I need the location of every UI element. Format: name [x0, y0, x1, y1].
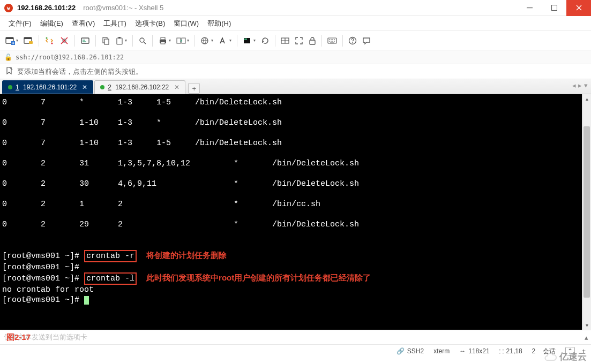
- scroll-down-icon[interactable]: ▾: [582, 321, 591, 330]
- disconnect-button[interactable]: [57, 34, 71, 48]
- minimize-button[interactable]: [517, 0, 542, 16]
- tab-label: 192.168.26.102:22: [115, 84, 169, 91]
- tab-bar: 1 192.168.26.101:22 ✕ 2 192.168.26.102:2…: [0, 79, 591, 94]
- address-text: ssh://root@192.168.26.101:22: [16, 54, 124, 61]
- svg-point-29: [352, 42, 353, 43]
- annotation-1: 将创建的计划任务删除: [146, 251, 227, 260]
- svg-point-8: [46, 37, 48, 39]
- titlebar: 192.168.26.101:22 root@vms001:~ - Xshell…: [0, 0, 591, 16]
- address-bar[interactable]: 🔓 ssh://root@192.168.26.101:22: [0, 50, 591, 64]
- tab-nav: ◂ ▸ ▾: [572, 81, 588, 89]
- highlighted-command-2: crontab -l: [84, 272, 137, 285]
- lock-icon: 🔓: [4, 54, 12, 61]
- layout-button[interactable]: [279, 34, 291, 47]
- refresh-button[interactable]: [259, 34, 272, 47]
- menu-help[interactable]: 帮助(H): [204, 17, 234, 31]
- terminal-output: 0 7 * 1-3 1-5 /bin/DeleteLock.sh 0 7 1-1…: [2, 97, 589, 305]
- svg-rect-15: [118, 37, 121, 39]
- send-hint-scroll-icon[interactable]: ▴: [582, 330, 591, 344]
- svg-point-16: [140, 38, 144, 42]
- send-input-bar[interactable]: 图2-17 仅将文本发送到当前选项卡 ▴: [0, 330, 591, 345]
- lock-button[interactable]: [306, 34, 318, 47]
- cursor: [84, 296, 89, 305]
- hint-bar: 要添加当前会话，点击左侧的箭头按钮。: [0, 64, 591, 79]
- svg-rect-13: [104, 39, 109, 44]
- status-dot-icon: [8, 85, 12, 89]
- hint-text: 要添加当前会话，点击左侧的箭头按钮。: [17, 67, 143, 77]
- help-icon-button[interactable]: [346, 34, 359, 47]
- menubar: 文件(F) 编辑(E) 查看(V) 工具(T) 选项卡(B) 窗口(W) 帮助(…: [0, 16, 591, 31]
- status-protocol: 🔗SSH2: [397, 347, 424, 355]
- transfer-button[interactable]: ▾: [174, 34, 191, 47]
- watermark: 亿速云: [542, 351, 587, 363]
- svg-rect-3: [6, 37, 13, 39]
- menu-edit[interactable]: 编辑(E): [37, 17, 66, 31]
- app-icon: [4, 3, 13, 13]
- vertical-scrollbar[interactable]: ▴ ▾: [582, 94, 591, 330]
- menu-tabs[interactable]: 选项卡(B): [132, 17, 168, 31]
- reconnect-button[interactable]: [42, 34, 56, 48]
- tab-nav-left-icon[interactable]: ◂: [572, 81, 576, 89]
- window-title-sub: root@vms001:~ - Xshell 5: [83, 4, 163, 12]
- svg-rect-7: [29, 41, 33, 44]
- svg-rect-0: [527, 7, 533, 8]
- svg-point-9: [51, 42, 53, 44]
- scroll-up-icon[interactable]: ▴: [582, 94, 591, 103]
- close-button[interactable]: [566, 0, 591, 16]
- copy-button[interactable]: [99, 34, 112, 47]
- status-term: xterm: [433, 347, 450, 355]
- menu-view[interactable]: 查看(V): [69, 17, 98, 31]
- open-session-button[interactable]: [21, 34, 35, 48]
- svg-rect-21: [182, 38, 185, 43]
- svg-rect-24: [244, 39, 247, 40]
- svg-rect-18: [161, 37, 165, 40]
- find-button[interactable]: [136, 34, 149, 47]
- print-button[interactable]: ▾: [156, 34, 173, 47]
- status-pos: ⸬21,18: [499, 347, 522, 355]
- menu-tools[interactable]: 工具(T): [100, 17, 130, 31]
- terminal-pane[interactable]: 0 7 * 1-3 1-5 /bin/DeleteLock.sh 0 7 1-1…: [0, 94, 591, 330]
- status-size: ↔118x21: [459, 347, 489, 355]
- tab-session-1[interactable]: 1 192.168.26.101:22 ✕: [2, 80, 93, 94]
- menu-window[interactable]: 窗口(W): [170, 17, 202, 31]
- tab-session-2[interactable]: 2 192.168.26.102:22 ✕: [94, 80, 185, 94]
- scroll-thumb[interactable]: [583, 126, 590, 298]
- tab-nav-right-icon[interactable]: ▸: [578, 81, 582, 89]
- resize-icon: ↔: [459, 347, 466, 355]
- svg-rect-11: [81, 38, 89, 43]
- add-tab-button[interactable]: +: [188, 83, 200, 94]
- svg-rect-19: [161, 42, 165, 44]
- color-scheme-button[interactable]: ▾: [241, 34, 258, 47]
- figure-label: 图2-17: [6, 332, 31, 343]
- status-dot-icon: [100, 85, 104, 89]
- close-icon[interactable]: ✕: [82, 84, 87, 91]
- position-icon: ⸬: [499, 347, 504, 355]
- toolbar: ▾ ▾ ▾ ▾ ▾ ▾ ▾: [0, 31, 591, 50]
- bookmark-icon[interactable]: [5, 67, 13, 76]
- close-icon[interactable]: ✕: [174, 84, 179, 91]
- svg-rect-1: [551, 5, 557, 11]
- chat-button[interactable]: [360, 34, 373, 47]
- svg-rect-14: [117, 38, 122, 44]
- tab-label: 192.168.26.101:22: [23, 84, 77, 91]
- status-bar: 🔗SSH2 xterm ↔118x21 ⸬21,18 2 会话 ⌃ +: [0, 345, 591, 358]
- tab-nav-menu-icon[interactable]: ▾: [584, 81, 588, 89]
- link-icon: 🔗: [397, 347, 405, 355]
- maximize-button[interactable]: [542, 0, 566, 16]
- svg-rect-20: [177, 38, 181, 43]
- highlighted-command-1: crontab -r: [84, 250, 137, 262]
- window-title-main: 192.168.26.101:22: [17, 4, 76, 12]
- annotation-2: 此时我们发现系统中root用户创建的所有计划任务都已经清除了: [146, 273, 371, 282]
- paste-button[interactable]: ▾: [113, 34, 129, 47]
- svg-rect-26: [310, 40, 315, 44]
- encoding-button[interactable]: ▾: [198, 34, 215, 47]
- fullscreen-button[interactable]: [293, 34, 305, 47]
- menu-file[interactable]: 文件(F): [5, 17, 35, 31]
- keyboard-button[interactable]: [325, 35, 339, 47]
- properties-button[interactable]: [78, 34, 92, 48]
- new-session-button[interactable]: ▾: [3, 34, 20, 48]
- font-button[interactable]: ▾: [216, 34, 234, 47]
- svg-rect-6: [24, 37, 32, 39]
